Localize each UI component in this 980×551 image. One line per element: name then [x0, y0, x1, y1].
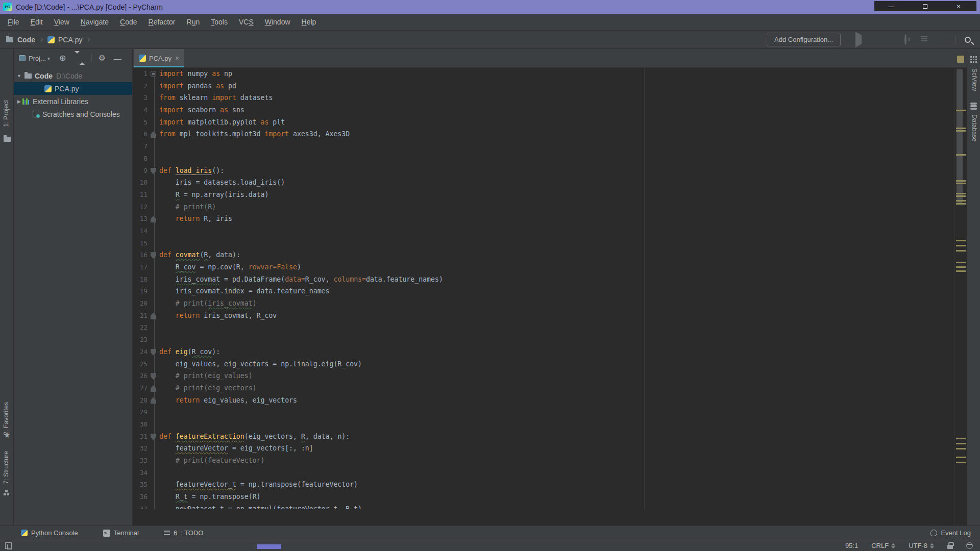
fold-marker-icon[interactable]	[151, 216, 156, 222]
fold-marker-icon[interactable]	[151, 434, 156, 440]
search-everywhere-icon[interactable]	[965, 37, 971, 43]
menu-refactor[interactable]: Refactor	[143, 14, 181, 30]
code-line[interactable]: 11 R = np.array(iris.data)	[133, 189, 954, 201]
code-line[interactable]: 22	[133, 321, 954, 334]
sidebar-item-sciview[interactable]: SciView	[971, 68, 978, 91]
code-line[interactable]: 10 iris = datasets.load_iris()	[133, 177, 954, 189]
warning-stripe-mark[interactable]	[956, 443, 966, 444]
tree-item-external-libraries[interactable]: ▶External Libraries	[14, 95, 132, 108]
warning-stripe-mark[interactable]	[956, 183, 966, 184]
hide-panel-icon[interactable]: —	[114, 54, 121, 63]
warning-stripe-mark[interactable]	[956, 270, 966, 272]
code-line[interactable]: 9def load_iris():	[133, 165, 954, 177]
locate-file-icon[interactable]: ⊕	[59, 54, 66, 62]
fold-marker-icon[interactable]	[151, 168, 156, 174]
menu-edit[interactable]: Edit	[25, 14, 48, 30]
code-line[interactable]: 31def featureExtraction(eig_vectors, R, …	[133, 431, 954, 443]
tool-window-switcher-icon[interactable]	[5, 542, 12, 549]
tree-expander-icon[interactable]: ▶	[17, 99, 21, 104]
gear-icon[interactable]: ⚙	[98, 54, 105, 62]
fold-marker-icon[interactable]	[151, 373, 156, 380]
fold-marker-icon[interactable]	[151, 313, 156, 319]
warning-stripe-mark[interactable]	[956, 195, 966, 197]
warning-stripe-mark[interactable]	[956, 457, 966, 458]
warning-stripe-mark[interactable]	[956, 128, 966, 129]
warning-stripe-mark[interactable]	[956, 438, 966, 439]
fold-marker-icon[interactable]	[151, 252, 156, 259]
sidebar-item-structure[interactable]: 7: Structure	[3, 451, 10, 484]
close-button[interactable]: ×	[942, 1, 975, 11]
code-line[interactable]: 25 eig_values, eig_vectors = np.linalg.e…	[133, 358, 954, 370]
error-stripe[interactable]	[954, 68, 967, 525]
caret-position[interactable]: 95:1	[845, 542, 858, 549]
inspection-hector-icon[interactable]	[966, 542, 973, 549]
code-line[interactable]: 35 featureVector_t = np.transpose(featur…	[133, 479, 954, 491]
inspection-status-indicator[interactable]	[957, 56, 964, 63]
tree-item-scratches-and-consoles[interactable]: Scratches and Consoles	[14, 108, 132, 120]
menu-window[interactable]: Window	[259, 14, 296, 30]
code-line[interactable]: 28 return eig_values, eig_vectors	[133, 394, 954, 407]
code-line[interactable]: 21 return iris_covmat, R_cov	[133, 310, 954, 322]
project-view-selector[interactable]: Proj...	[29, 55, 46, 62]
fold-marker-icon[interactable]	[151, 385, 156, 392]
readonly-lock-icon[interactable]	[947, 543, 953, 549]
code-line[interactable]: 17 R_cov = np.cov(R, rowvar=False)	[133, 261, 954, 273]
menu-help[interactable]: Help	[296, 14, 322, 30]
code-line[interactable]: 18 iris_covmat = pd.DataFrame(data=R_cov…	[133, 273, 954, 286]
code-line[interactable]: 13 return R, iris	[133, 213, 954, 225]
terminal-button[interactable]: >_ Terminal	[100, 529, 139, 537]
fold-marker-icon[interactable]	[151, 131, 156, 138]
warning-stripe-mark[interactable]	[956, 110, 966, 111]
menu-run[interactable]: Run	[181, 14, 206, 30]
maximize-button[interactable]	[908, 1, 942, 11]
code-line[interactable]: 20 # print(iris_covmat)	[133, 297, 954, 310]
code-line[interactable]: 14	[133, 225, 954, 237]
code-line[interactable]: 33 # print(featureVector)	[133, 455, 954, 467]
fold-marker-icon[interactable]	[151, 71, 156, 77]
code-line[interactable]: 30	[133, 418, 954, 431]
tree-item-pca-py[interactable]: PCA.py	[14, 82, 132, 95]
code-line[interactable]: 15	[133, 237, 954, 249]
close-tab-icon[interactable]: ×	[175, 54, 179, 62]
code-line[interactable]: 27 # print(eig_vectors)	[133, 382, 954, 394]
fold-marker-icon[interactable]	[151, 349, 156, 356]
menu-file[interactable]: File	[2, 14, 25, 30]
sidebar-item-database[interactable]: Database	[971, 114, 978, 142]
sidebar-item-project[interactable]: 1: Project	[3, 100, 10, 127]
code-line[interactable]: 8	[133, 153, 954, 165]
menu-vcs[interactable]: VCS	[233, 14, 259, 30]
warning-stripe-mark[interactable]	[956, 245, 966, 246]
warning-stripe-mark[interactable]	[956, 266, 966, 268]
code-line[interactable]: 23	[133, 334, 954, 346]
warning-stripe-mark[interactable]	[956, 193, 966, 194]
event-log-button[interactable]: Event Log	[927, 529, 971, 537]
code-line[interactable]: 24def eig(R_cov):	[133, 346, 954, 358]
code-line[interactable]: 16def covmat(R, data):	[133, 249, 954, 261]
code-line[interactable]: 6from mpl_toolkits.mplot3d import axes3d…	[133, 128, 954, 140]
warning-stripe-mark[interactable]	[956, 462, 966, 463]
code-line[interactable]: 12 # print(R)	[133, 201, 954, 213]
breadcrumb-root[interactable]: Code	[17, 36, 35, 44]
code-editor[interactable]: 1import numpy as np2import pandas as pd3…	[133, 68, 954, 509]
warning-stripe-mark[interactable]	[956, 448, 966, 449]
python-console-button[interactable]: Python Console	[17, 529, 78, 537]
warning-stripe-mark[interactable]	[956, 200, 966, 202]
add-configuration-button[interactable]: Add Configuration...	[767, 33, 841, 46]
todo-button[interactable]: 6: TODO	[160, 529, 204, 537]
code-line[interactable]: 34	[133, 467, 954, 479]
minimize-button[interactable]: —	[874, 1, 908, 11]
menu-code[interactable]: Code	[114, 14, 142, 30]
warning-stripe-mark[interactable]	[956, 262, 966, 263]
editor-hscrollbar-track[interactable]	[133, 509, 954, 525]
tree-item-code[interactable]: ▼CodeD:\Code	[14, 69, 132, 82]
code-line[interactable]: 26 # print(eig_values)	[133, 370, 954, 382]
menu-navigate[interactable]: Navigate	[75, 14, 114, 30]
code-line[interactable]: 1import numpy as np	[133, 68, 954, 80]
code-line[interactable]: 5import matplotlib.pyplot as plt	[133, 116, 954, 129]
warning-stripe-mark[interactable]	[956, 203, 966, 205]
code-line[interactable]: 36 R_t = np.transpose(R)	[133, 491, 954, 503]
code-line[interactable]: 7	[133, 140, 954, 153]
encoding-selector[interactable]: UTF-8	[909, 542, 934, 549]
breadcrumb-file[interactable]: PCA.py	[58, 36, 82, 44]
fold-marker-icon[interactable]	[151, 397, 156, 404]
